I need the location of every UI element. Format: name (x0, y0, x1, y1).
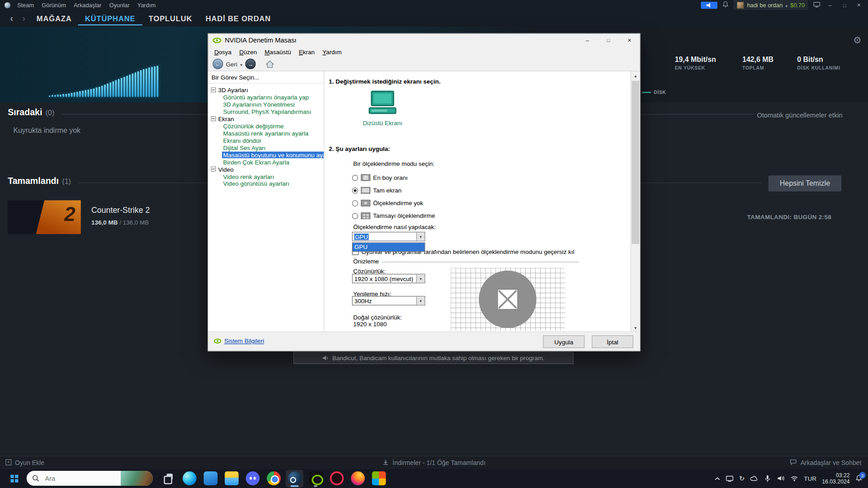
radio-button[interactable] (352, 213, 358, 219)
onedrive-cloud-icon[interactable] (750, 475, 758, 481)
back-button[interactable] (212, 59, 223, 69)
nav-tab[interactable]: MAĞAZA (30, 11, 78, 25)
discord-icon[interactable] (244, 469, 261, 487)
menubar-item[interactable]: Arkadaşlar (70, 2, 105, 9)
task-item[interactable]: Birden Çok Ekran Ayarla (208, 158, 324, 165)
close-button[interactable] (854, 1, 863, 9)
task-item[interactable]: Dijital Ses Ayarı (208, 144, 324, 151)
maximize-button[interactable] (840, 2, 849, 9)
nav-tab[interactable]: KÜTÜPHANE (78, 11, 142, 25)
task-item[interactable]: Çözünürlük değiştirme (208, 122, 324, 130)
task-item[interactable]: Video görüntüsü ayarları (208, 180, 324, 187)
back-arrow-icon[interactable] (5, 13, 18, 23)
task-item[interactable]: Görüntü ayarlarını önayarla yap (208, 94, 324, 101)
refresh-rate-select[interactable]: 300Hz (352, 296, 425, 305)
network-wifi-icon[interactable] (791, 475, 798, 481)
radio-button[interactable] (352, 187, 358, 193)
big-picture-icon[interactable] (813, 0, 821, 10)
steam-icon[interactable] (286, 469, 303, 487)
announcements-button[interactable] (701, 1, 718, 9)
blue-app-icon[interactable] (202, 469, 219, 487)
microphone-icon[interactable] (764, 474, 772, 482)
opera-icon[interactable] (328, 469, 345, 487)
forward-button[interactable] (245, 59, 255, 69)
friends-chat-button[interactable]: Arkadaşlar ve Sohbet (790, 459, 861, 466)
grid-app-icon[interactable] (370, 469, 387, 487)
radio-button[interactable] (352, 174, 358, 180)
menu-item[interactable]: Dosya (210, 49, 235, 56)
task-item[interactable]: Masaüstü renk ayarlarını ayarla (208, 130, 324, 137)
display-selector[interactable]: Dizüstü Ekranı (355, 90, 410, 127)
add-game-button[interactable]: Oyun Ekle (5, 459, 44, 466)
menu-item[interactable]: Ekran (295, 49, 318, 56)
menubar-item[interactable]: Oyunlar (105, 2, 133, 9)
menubar-item[interactable]: Steam (13, 2, 38, 9)
task-item[interactable]: Video renk ayarları (208, 173, 324, 180)
search-highlight-image[interactable] (121, 471, 153, 486)
task-group[interactable]: Video (208, 165, 324, 173)
scrollbar-thumb[interactable] (632, 81, 639, 244)
clear-all-button[interactable]: Hepsini Temizle (769, 175, 842, 192)
task-group[interactable]: Ekran (208, 115, 324, 122)
menu-item[interactable]: Masaüstü (261, 49, 295, 56)
apply-button[interactable]: Uygula (543, 335, 585, 348)
dropdown-option-gpu[interactable]: GPU (353, 243, 425, 251)
menu-item[interactable]: Yardım (319, 49, 346, 56)
game-title[interactable]: Counter-Strike 2 (91, 206, 150, 215)
close-button[interactable] (619, 34, 640, 47)
system-info-link[interactable]: Sistem Bilgileri (214, 338, 264, 344)
nav-tab[interactable]: HADİ BE ORDAN (199, 11, 278, 25)
hidden-icons-chevron-icon[interactable] (715, 477, 720, 480)
task-view-icon[interactable] (160, 469, 177, 487)
cast-display-icon[interactable] (726, 475, 734, 482)
start-button[interactable] (7, 470, 22, 486)
back-history-chevron-icon[interactable] (240, 61, 242, 67)
clock[interactable]: 03:22 16.03.2024 (822, 472, 849, 484)
scrollbar[interactable] (631, 71, 640, 333)
search-input[interactable] (44, 474, 105, 483)
tree-collapse-icon[interactable] (211, 116, 216, 121)
tree-collapse-icon[interactable] (211, 87, 216, 92)
chrome-icon[interactable] (264, 469, 282, 487)
firefox-icon[interactable] (349, 469, 366, 487)
scaling-mode-option[interactable]: Tam ekran (352, 186, 401, 195)
task-item[interactable]: Ekranı döndür (208, 136, 324, 144)
resolution-select[interactable]: 868 x 488 (mevcut) (352, 274, 425, 283)
scaling-mode-option[interactable]: Tamsayı ölçeklendirme (352, 211, 435, 221)
home-icon[interactable] (266, 60, 274, 68)
language-indicator[interactable]: TUR (804, 475, 816, 482)
notifications-bell-icon[interactable] (723, 0, 729, 10)
nav-tab[interactable]: TOPLULUK (142, 11, 199, 25)
maximize-button[interactable] (598, 34, 619, 47)
game-thumbnail[interactable]: 2 (8, 200, 81, 234)
task-item[interactable]: Surround, PhysX Yapılandırması (208, 108, 324, 115)
chevron-down-icon[interactable] (416, 274, 425, 282)
window-titlebar[interactable]: NVIDIA Denetim Masası (208, 34, 640, 47)
radio-button[interactable] (352, 200, 358, 206)
tree-collapse-icon[interactable] (211, 167, 216, 172)
notification-center-button[interactable]: 2 (855, 475, 863, 482)
settings-gear-icon[interactable] (853, 34, 862, 46)
edge-icon[interactable] (180, 469, 198, 487)
downloads-status-button[interactable]: İndirmeler - 1/1 Öğe Tamamlandı (382, 459, 486, 466)
user-account-menu[interactable]: hadi be ordan $0.70 (734, 0, 808, 10)
menubar-item[interactable]: Görünüm (38, 2, 70, 9)
nvidia-icon[interactable] (307, 469, 324, 487)
cancel-button[interactable]: İptal (592, 335, 633, 348)
scaling-mode-option[interactable]: Ölçeklendirme yok (352, 199, 423, 208)
scaling-method-select[interactable]: GPU (352, 232, 425, 241)
menubar-item[interactable]: Yardım (133, 2, 160, 9)
task-item[interactable]: Masaüstü boyutunu ve konumunu ayarla (208, 151, 324, 158)
chevron-down-icon[interactable] (416, 296, 425, 305)
volume-icon[interactable] (778, 475, 785, 481)
minimize-button[interactable] (826, 2, 835, 9)
taskbar-search[interactable] (27, 471, 153, 486)
forward-arrow-icon[interactable] (18, 13, 30, 23)
task-item[interactable]: 3D Ayarlarının Yönetilmesi (208, 101, 324, 108)
task-group[interactable]: 3D Ayarları (208, 86, 324, 94)
menu-item[interactable]: Düzen (236, 49, 261, 56)
update-icon[interactable] (739, 474, 745, 482)
scaling-mode-option[interactable]: En boy oranı (352, 173, 408, 182)
file-explorer-icon[interactable] (222, 469, 240, 487)
scroll-up-icon[interactable] (631, 71, 640, 81)
